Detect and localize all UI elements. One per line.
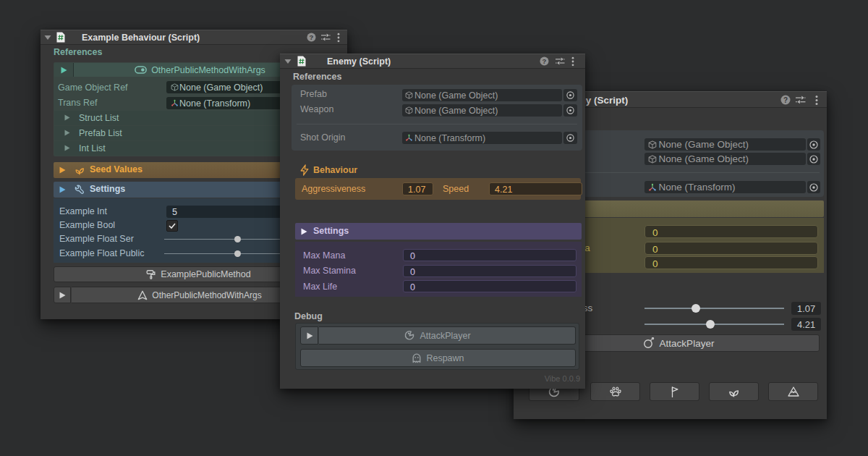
svg-text:?: ? xyxy=(783,96,788,104)
svg-text:?: ? xyxy=(542,57,547,65)
svg-text:?: ? xyxy=(310,33,314,41)
